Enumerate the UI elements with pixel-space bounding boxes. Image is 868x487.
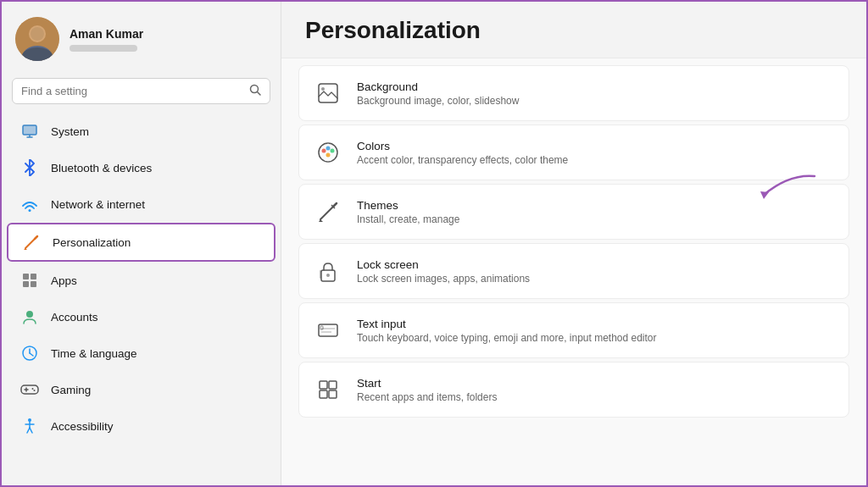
svg-rect-16: [23, 274, 29, 279]
background-title: Background: [357, 80, 835, 93]
svg-line-14: [35, 236, 37, 239]
background-icon: [313, 78, 343, 108]
lockscreen-text: Lock screen Lock screen images, apps, an…: [357, 258, 835, 285]
svg-rect-48: [320, 270, 321, 279]
sidebar-item-accessibility-label: Accessibility: [51, 420, 114, 433]
svg-rect-55: [320, 390, 327, 398]
settings-list: Background Background image, color, slid…: [281, 58, 866, 428]
main-content: Personalization Background Background im…: [281, 2, 866, 485]
background-text: Background Background image, color, slid…: [357, 80, 835, 107]
svg-line-32: [27, 428, 30, 433]
svg-marker-15: [24, 248, 27, 250]
svg-rect-54: [329, 381, 337, 389]
sidebar-item-personalization[interactable]: Personalization: [7, 223, 275, 262]
sidebar-item-accounts-label: Accounts: [51, 311, 98, 324]
svg-rect-56: [329, 390, 337, 398]
themes-icon: [313, 196, 343, 227]
sidebar-item-apps-label: Apps: [51, 274, 77, 287]
themes-title: Themes: [357, 199, 835, 212]
sidebar-item-bluetooth-label: Bluetooth & devices: [51, 162, 152, 174]
svg-line-13: [25, 239, 35, 248]
svg-rect-19: [31, 281, 36, 287]
lockscreen-icon: [313, 256, 343, 286]
start-text: Start Recent apps and items, folders: [357, 377, 835, 403]
sidebar-item-accounts[interactable]: Accounts: [7, 299, 275, 335]
sidebar-item-time-label: Time & language: [51, 347, 137, 360]
bluetooth-icon: [20, 158, 39, 177]
svg-line-6: [258, 92, 261, 96]
nav-list: System Bluetooth & devices: [2, 113, 281, 445]
svg-line-33: [30, 428, 32, 433]
svg-rect-17: [31, 274, 36, 279]
svg-rect-9: [23, 125, 36, 135]
search-icon: [249, 84, 261, 98]
colors-title: Colors: [357, 140, 835, 152]
svg-line-23: [30, 353, 33, 356]
start-desc: Recent apps and items, folders: [357, 391, 835, 403]
svg-point-39: [331, 149, 335, 153]
network-icon: [20, 195, 39, 213]
svg-point-12: [29, 209, 31, 212]
svg-point-35: [321, 87, 325, 91]
page-header: Personalization: [281, 2, 866, 58]
svg-line-41: [320, 207, 333, 219]
system-icon: [20, 122, 39, 141]
svg-point-40: [326, 153, 331, 158]
sidebar-item-personalization-label: Personalization: [53, 236, 131, 249]
user-info: Aman Kumar: [70, 27, 143, 52]
sidebar-item-system[interactable]: System: [7, 113, 275, 149]
gaming-icon: [20, 380, 39, 399]
svg-point-3: [31, 27, 44, 41]
settings-item-themes[interactable]: Themes Install, create, manage: [298, 184, 849, 240]
user-subtitle-bar: [70, 45, 137, 52]
settings-item-colors[interactable]: Colors Accent color, transparency effect…: [298, 125, 849, 180]
time-icon: [20, 344, 39, 362]
sidebar-item-gaming[interactable]: Gaming: [7, 372, 275, 407]
background-desc: Background image, color, slideshow: [357, 95, 835, 107]
sidebar-item-gaming-label: Gaming: [51, 384, 91, 396]
sidebar-item-network-label: Network & internet: [51, 198, 145, 211]
svg-point-38: [326, 147, 331, 151]
settings-item-start[interactable]: Start Recent apps and items, folders: [298, 362, 849, 418]
settings-item-textinput[interactable]: Text input Touch keyboard, voice typing,…: [298, 302, 849, 358]
avatar: [15, 17, 59, 61]
svg-point-27: [32, 388, 34, 390]
svg-rect-53: [320, 381, 327, 389]
settings-item-lockscreen[interactable]: Lock screen Lock screen images, apps, an…: [298, 243, 849, 299]
accounts-icon: [20, 307, 39, 326]
colors-icon: [313, 137, 343, 168]
svg-rect-18: [23, 281, 29, 287]
lockscreen-desc: Lock screen images, apps, animations: [357, 273, 835, 285]
svg-point-37: [322, 149, 326, 153]
user-name: Aman Kumar: [70, 27, 143, 41]
textinput-title: Text input: [357, 318, 835, 330]
sidebar-item-network[interactable]: Network & internet: [7, 186, 275, 222]
personalization-icon: [22, 233, 41, 252]
user-profile: Aman Kumar: [2, 2, 281, 73]
colors-desc: Accent color, transparency effects, colo…: [357, 154, 835, 166]
search-input[interactable]: [21, 85, 242, 97]
page-title: Personalization: [305, 17, 843, 44]
sidebar-item-time[interactable]: Time & language: [7, 335, 275, 371]
svg-rect-24: [21, 385, 38, 394]
search-box[interactable]: [12, 78, 270, 104]
svg-point-20: [26, 311, 33, 318]
svg-line-42: [333, 203, 337, 207]
sidebar-item-apps[interactable]: Apps: [7, 263, 275, 298]
colors-text: Colors Accent color, transparency effect…: [357, 140, 835, 166]
sidebar-item-system-label: System: [51, 125, 89, 138]
themes-text: Themes Install, create, manage: [357, 199, 835, 225]
sidebar-item-bluetooth[interactable]: Bluetooth & devices: [7, 150, 275, 185]
textinput-desc: Touch keyboard, voice typing, emoji and …: [357, 332, 835, 344]
themes-desc: Install, create, manage: [357, 213, 835, 225]
sidebar: Aman Kumar: [2, 2, 281, 485]
lockscreen-title: Lock screen: [357, 258, 835, 271]
svg-point-28: [34, 390, 36, 391]
settings-item-background[interactable]: Background Background image, color, slid…: [298, 65, 849, 121]
apps-icon: [20, 271, 39, 290]
sidebar-item-accessibility[interactable]: Accessibility: [7, 408, 275, 444]
textinput-text: Text input Touch keyboard, voice typing,…: [357, 318, 835, 344]
start-icon: [313, 374, 343, 405]
accessibility-icon: [20, 417, 39, 435]
start-title: Start: [357, 377, 835, 390]
